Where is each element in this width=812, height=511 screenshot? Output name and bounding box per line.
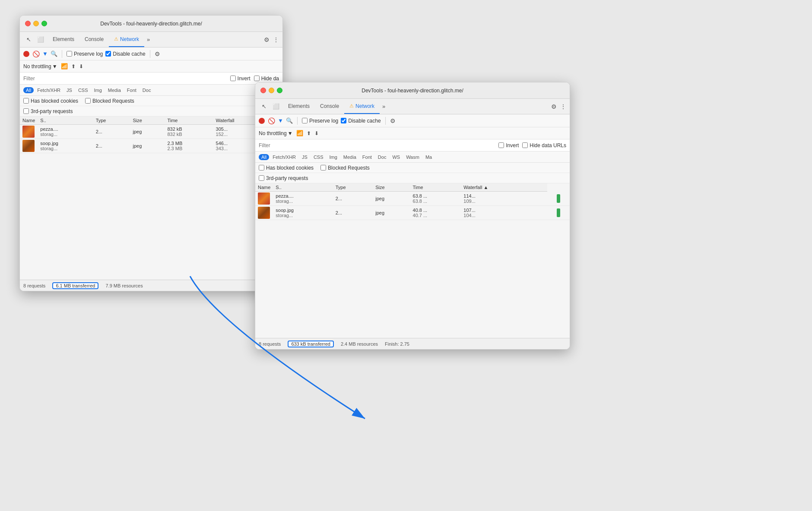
type-img-back[interactable]: Img [92, 87, 105, 93]
type-fetch-xhr-front[interactable]: Fetch/XHR [270, 154, 298, 160]
blocked-requests-checkbox-front[interactable] [320, 165, 326, 170]
type-media-back[interactable]: Media [105, 87, 124, 93]
download-icon-front[interactable]: ⬇ [314, 130, 319, 136]
network-settings-back[interactable]: ⚙ [155, 50, 160, 57]
type-img-front[interactable]: Img [327, 154, 340, 160]
tab-elements-back[interactable]: Elements [48, 32, 79, 47]
col-type-back[interactable]: Type [93, 117, 130, 125]
cursor-tool-front[interactable]: ↖ [259, 101, 269, 112]
col-size-front[interactable]: Size [373, 183, 410, 192]
hide-data-urls-label-front[interactable]: Hide data URLs [522, 142, 566, 148]
type-font-back[interactable]: Font [124, 87, 139, 93]
col-size-back[interactable]: Size [130, 117, 165, 125]
type-font-front[interactable]: Font [360, 154, 374, 160]
type-media-front[interactable]: Media [341, 154, 359, 160]
type-js-back[interactable]: JS [64, 87, 75, 93]
disable-cache-label-back[interactable]: Disable cache [105, 51, 145, 57]
type-all-back[interactable]: All [23, 87, 34, 93]
blocked-cookies-checkbox-back[interactable] [23, 98, 29, 104]
invert-checkbox-back[interactable] [230, 76, 236, 81]
col-type-front[interactable]: Type [333, 183, 373, 192]
type-css-back[interactable]: CSS [76, 87, 91, 93]
type-doc-back[interactable]: Doc [140, 87, 154, 93]
third-party-checkbox-back[interactable] [23, 108, 29, 114]
preserve-log-label-front[interactable]: Preserve log [302, 118, 338, 124]
tab-network-back[interactable]: ⚠ Network [109, 32, 144, 47]
table-row[interactable]: pezza.... storag... 2... jpeg 832 kB 832… [20, 125, 282, 139]
filter-button-back[interactable]: ▼ [42, 50, 48, 57]
blocked-requests-front[interactable]: Blocked Requests [320, 165, 370, 171]
col-waterfall-front[interactable]: Waterfall ▲ [461, 183, 547, 192]
col-time-back[interactable]: Time [165, 117, 213, 125]
blocked-cookies-checkbox-front[interactable] [259, 165, 264, 170]
col-status-back[interactable]: S.. [38, 117, 93, 125]
minimize-button-back[interactable] [33, 21, 39, 26]
type-ma-front[interactable]: Ma [423, 154, 435, 160]
type-all-front[interactable]: All [259, 154, 269, 160]
disable-cache-checkbox-front[interactable] [341, 118, 346, 123]
blocked-requests-back[interactable]: Blocked Requests [85, 98, 134, 104]
hide-data-urls-label-back[interactable]: Hide da [254, 76, 279, 82]
hide-data-urls-checkbox-front[interactable] [522, 142, 528, 148]
col-status-front[interactable]: S.. [273, 183, 333, 192]
invert-label-front[interactable]: Invert [498, 142, 519, 148]
tab-more-front[interactable]: » [380, 103, 388, 110]
third-party-requests-front[interactable]: 3rd-party requests [259, 175, 308, 181]
type-ws-front[interactable]: WS [390, 154, 403, 160]
device-tool-front[interactable]: ⬜ [271, 101, 281, 112]
record-button-back[interactable] [23, 51, 29, 57]
tab-network-front[interactable]: ⚠ Network [344, 99, 380, 114]
col-name-front[interactable]: Name [255, 183, 273, 192]
throttle-select-front[interactable]: No throttling ▼ [259, 130, 293, 136]
download-icon-back[interactable]: ⬇ [79, 63, 83, 69]
maximize-button-back[interactable] [41, 21, 47, 26]
throttle-select-back[interactable]: No throttling ▼ [23, 63, 57, 69]
more-options-front[interactable]: ⋮ [560, 103, 566, 110]
col-name-back[interactable]: Name [20, 117, 38, 125]
table-row[interactable]: pezza.... storag... 2... jpeg 63.8 ... 6… [255, 192, 570, 206]
blocked-requests-checkbox-back[interactable] [85, 98, 91, 104]
block-button-back[interactable]: 🚫 [32, 50, 40, 58]
has-blocked-cookies-back[interactable]: Has blocked cookies [23, 98, 78, 104]
search-button-back[interactable]: 🔍 [51, 50, 57, 57]
network-settings-front[interactable]: ⚙ [390, 117, 396, 124]
type-doc-front[interactable]: Doc [375, 154, 389, 160]
has-blocked-cookies-front[interactable]: Has blocked cookies [259, 165, 314, 171]
close-button-front[interactable] [260, 88, 266, 93]
type-fetch-xhr-back[interactable]: Fetch/XHR [35, 87, 63, 93]
type-css-front[interactable]: CSS [311, 154, 326, 160]
third-party-checkbox-front[interactable] [259, 175, 264, 181]
table-row[interactable]: soop.jpg storag... 2... jpeg 2.3 MB 2.3 … [20, 139, 282, 153]
tab-console-back[interactable]: Console [79, 32, 109, 47]
upload-icon-back[interactable]: ⬆ [71, 63, 76, 69]
cursor-tool-back[interactable]: ↖ [23, 35, 34, 45]
block-button-front[interactable]: 🚫 [267, 117, 275, 125]
hide-data-urls-checkbox-back[interactable] [254, 76, 260, 81]
third-party-requests-back[interactable]: 3rd-party requests [23, 108, 73, 114]
tab-console-front[interactable]: Console [315, 99, 344, 114]
device-tool-back[interactable]: ⬜ [35, 35, 46, 45]
preserve-log-checkbox-front[interactable] [302, 118, 308, 123]
close-button-back[interactable] [25, 21, 31, 26]
disable-cache-label-front[interactable]: Disable cache [341, 118, 381, 124]
more-options-back[interactable]: ⋮ [273, 36, 279, 43]
filter-input-back[interactable] [23, 76, 227, 82]
col-time-front[interactable]: Time [410, 183, 461, 192]
settings-button-front[interactable]: ⚙ [551, 103, 557, 110]
disable-cache-checkbox-back[interactable] [105, 51, 111, 57]
preserve-log-checkbox-back[interactable] [67, 51, 72, 57]
invert-label-back[interactable]: Invert [230, 76, 251, 82]
preserve-log-label-back[interactable]: Preserve log [67, 51, 103, 57]
filter-input-front[interactable] [259, 142, 495, 148]
minimize-button-front[interactable] [269, 88, 274, 93]
type-js-front[interactable]: JS [299, 154, 310, 160]
settings-button-back[interactable]: ⚙ [264, 36, 270, 43]
type-wasm-front[interactable]: Wasm [403, 154, 422, 160]
table-row[interactable]: soop.jpg storag... 2... jpeg 40.8 ... 40… [255, 206, 570, 220]
search-button-front[interactable]: 🔍 [286, 117, 293, 124]
upload-icon-front[interactable]: ⬆ [307, 130, 311, 136]
maximize-button-front[interactable] [277, 88, 282, 93]
tab-elements-front[interactable]: Elements [283, 99, 315, 114]
tab-more-back[interactable]: » [144, 36, 152, 43]
filter-button-front[interactable]: ▼ [278, 117, 283, 124]
